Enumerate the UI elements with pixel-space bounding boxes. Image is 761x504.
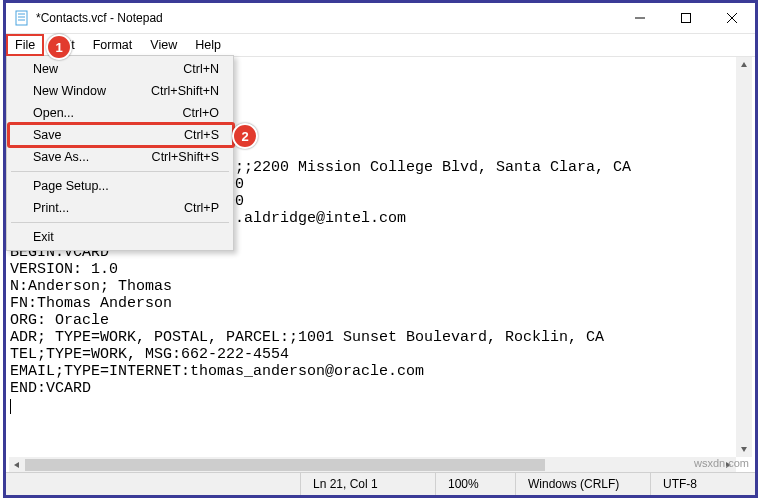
menu-item-new[interactable]: New Ctrl+N (9, 58, 231, 80)
annotation-callout-2: 2 (232, 123, 258, 149)
menu-item-shortcut: Ctrl+S (184, 128, 219, 142)
menu-item-label: Print... (33, 201, 69, 215)
menu-item-label: Open... (33, 106, 74, 120)
svg-marker-10 (14, 462, 19, 468)
menu-item-shortcut: Ctrl+O (183, 106, 219, 120)
menu-item-shortcut: Ctrl+Shift+S (152, 150, 219, 164)
scroll-thumb[interactable] (25, 459, 545, 471)
close-button[interactable] (709, 3, 755, 33)
svg-marker-8 (741, 62, 747, 67)
menu-item-open[interactable]: Open... Ctrl+O (9, 102, 231, 124)
menu-item-label: Save (33, 128, 62, 142)
annotation-callout-1: 1 (46, 34, 72, 60)
menu-item-shortcut: Ctrl+N (183, 62, 219, 76)
scroll-down-icon[interactable] (736, 441, 752, 457)
scroll-up-icon[interactable] (736, 57, 752, 73)
file-menu-dropdown: New Ctrl+N New Window Ctrl+Shift+N Open.… (6, 55, 234, 251)
menu-item-label: New Window (33, 84, 106, 98)
menu-separator (11, 171, 229, 172)
menu-item-exit[interactable]: Exit (9, 226, 231, 248)
svg-rect-0 (16, 11, 27, 25)
status-encoding: UTF-8 (650, 473, 755, 495)
text-caret (10, 399, 11, 414)
menu-item-shortcut: Ctrl+Shift+N (151, 84, 219, 98)
menu-view[interactable]: View (141, 34, 186, 56)
scroll-left-icon[interactable] (9, 457, 25, 473)
status-position: Ln 21, Col 1 (300, 473, 435, 495)
menu-item-print[interactable]: Print... Ctrl+P (9, 197, 231, 219)
status-line-ending: Windows (CRLF) (515, 473, 650, 495)
notepad-window: *Contacts.vcf - Notepad File Edit Format… (3, 0, 758, 498)
minimize-button[interactable] (617, 3, 663, 33)
menu-item-label: New (33, 62, 58, 76)
menu-item-save-as[interactable]: Save As... Ctrl+Shift+S (9, 146, 231, 168)
window-controls (617, 3, 755, 33)
vertical-scrollbar[interactable] (736, 57, 752, 457)
title-bar: *Contacts.vcf - Notepad (6, 3, 755, 34)
status-bar: Ln 21, Col 1 100% Windows (CRLF) UTF-8 (6, 472, 755, 495)
menu-separator (11, 222, 229, 223)
menu-item-page-setup[interactable]: Page Setup... (9, 175, 231, 197)
menu-item-label: Page Setup... (33, 179, 109, 193)
menu-bar: File Edit Format View Help (6, 34, 755, 57)
svg-rect-5 (682, 14, 691, 23)
notepad-icon (14, 10, 30, 26)
menu-item-label: Save As... (33, 150, 89, 164)
window-title: *Contacts.vcf - Notepad (36, 11, 163, 25)
status-zoom: 100% (435, 473, 515, 495)
menu-item-save[interactable]: Save Ctrl+S (9, 124, 231, 146)
menu-item-label: Exit (33, 230, 54, 244)
menu-help[interactable]: Help (186, 34, 230, 56)
watermark: wsxdn.com (694, 457, 749, 469)
maximize-button[interactable] (663, 3, 709, 33)
menu-item-new-window[interactable]: New Window Ctrl+Shift+N (9, 80, 231, 102)
menu-item-shortcut: Ctrl+P (184, 201, 219, 215)
menu-format[interactable]: Format (84, 34, 142, 56)
menu-file[interactable]: File (6, 34, 44, 56)
svg-marker-9 (741, 447, 747, 452)
horizontal-scrollbar[interactable] (9, 457, 736, 473)
